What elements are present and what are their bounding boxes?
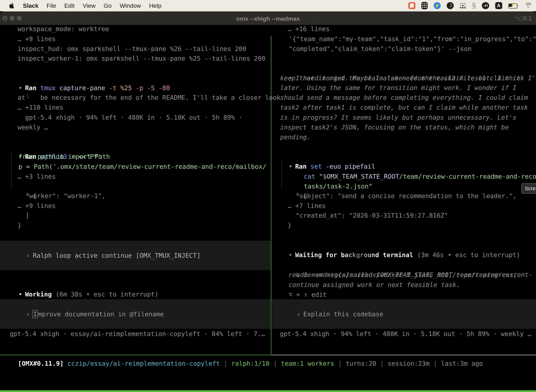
thought-line: pending. <box>280 132 311 142</box>
python-code-line: p = Path('.omx/state/team/review-current… <box>19 162 266 172</box>
left-run-tmux-output: weekly … <box>18 122 48 132</box>
right-more-lines: … +16 lines <box>288 24 330 34</box>
omx-project: cczip/essay/ai-reimplementation-copyleft <box>64 360 220 367</box>
left-run-python-output: ] <box>25 210 29 220</box>
left-intro-line: inspect_worker-1: omx sparkshell --tmux-… <box>18 54 265 63</box>
hook-icon[interactable]: § <box>472 2 476 10</box>
window-shortcut-hint: ⌥⌘1 <box>515 12 532 25</box>
python-code-line: from pathlib import Path <box>19 152 110 162</box>
thought-line: is in progress? It seems likely but perh… <box>280 112 517 122</box>
thought-line: keep that in mind. Maybe I also need the… <box>280 73 520 83</box>
window-titlebar[interactable]: omx --xhigh --madmax ⌥⌘1 <box>0 11 536 25</box>
prompt-chevron-icon: › <box>297 311 300 318</box>
thought-line: later. Using the same for transition mig… <box>280 83 517 93</box>
left-intro-line: inspect_hud: omx sparkshell --tmux-pane … <box>18 44 246 54</box>
window-title: omx --xhigh --madmax <box>0 12 536 25</box>
screen-tooltip[interactable]: Scre <box>521 183 536 194</box>
right-json-line: '{"team_name":"my-team","task_id":"1","f… <box>289 34 536 44</box>
wifi-icon[interactable] <box>524 3 532 9</box>
prompt-placeholder: Explain this codebase <box>303 311 383 318</box>
menu-item-file[interactable]: File <box>47 2 56 9</box>
thought-line: task2 after task1 is complete, but can I… <box>280 103 528 112</box>
menu-item-view[interactable]: View <box>83 2 96 9</box>
omx-team-counter: team:1 workers <box>281 360 334 367</box>
thought-line: inspect task2's JSON, focusing on the st… <box>280 122 509 132</box>
omx-last-activity: last:3m ago <box>441 360 483 367</box>
menu-app-name[interactable]: Slack <box>23 2 38 9</box>
inbox-message-line: continue assigned work or next feasible … <box>289 280 460 290</box>
left-run-tmux-output: gpt-5.4 xhigh · 94% left · 488K in · 5.1… <box>25 112 242 122</box>
terminal-window: omx --xhigh --madmax ⌥⌘1 workspace_mode:… <box>0 11 536 392</box>
left-intro-line: workspace_mode: worktree <box>18 24 109 34</box>
right-run-output: "created_at": "2026-03-31T11:59:27.816Z" <box>296 210 448 220</box>
countdown-badge-icon[interactable]: ..61 <box>482 2 489 9</box>
right-run-output: "subject": "send a concise recommendatio… <box>296 191 517 201</box>
apple-icon <box>9 2 15 9</box>
omx-ralph-counter: ralph:1/10 <box>231 360 269 367</box>
left-run-python-output: } <box>18 220 21 230</box>
working-bullet-icon: • <box>19 291 22 298</box>
prompt-chevron-icon: › <box>26 311 30 318</box>
left-run-python-output: "worker": "worker-1", <box>25 191 105 201</box>
menu-item-window[interactable]: Window <box>120 2 141 9</box>
working-label: Working <box>25 291 52 298</box>
ralph-status-band: ›Ralph loop active continue [OMX_TMUX_IN… <box>0 241 271 270</box>
moon-icon[interactable]: ☾ <box>447 2 454 9</box>
thought-line: should send a message before completing … <box>280 93 528 103</box>
inbox-message-line: readme-and-reco/mailbox/worker-1.json, a… <box>289 270 517 280</box>
omx-status-line: [OMX#0.11.9] cczip/essay/ai-reimplementa… <box>3 349 483 378</box>
apple-menu[interactable] <box>9 2 15 9</box>
right-prompt-input-band[interactable]: ›Explain this codebase <box>272 299 536 329</box>
right-json-line: "completed","claim_token":"claim-token"}… <box>289 44 471 54</box>
right-session-status: gpt-5.4 xhigh · 94% left · 488K in · 5.1… <box>280 329 531 339</box>
menu-item-edit[interactable]: Edit <box>64 2 75 9</box>
waiting-label: Waiting for background terminal <box>295 251 413 258</box>
app-window-icon[interactable] <box>408 2 415 9</box>
omx-session-time: session:23m <box>388 360 429 367</box>
battery-icon[interactable]: ⚡ <box>508 3 518 8</box>
omx-version: [OMX#0.11.9] <box>18 360 64 367</box>
prompt-chevron-icon: › <box>26 252 30 259</box>
edit-hint: ⌥ + ↑ edit <box>289 290 327 300</box>
right-run-output: … +7 lines <box>288 201 326 211</box>
left-prompt-input-band[interactable]: ›Improve documentation in @filename <box>0 299 271 329</box>
waiting-bullet-icon: • <box>289 251 292 258</box>
left-run-tmux-output: at <box>18 93 25 103</box>
left-run-python-output: … +9 lines <box>18 201 56 211</box>
bolt-icon[interactable]: ⚡ <box>434 2 441 9</box>
passwords-icon[interactable] <box>421 2 428 9</box>
right-run-output: } <box>288 220 292 230</box>
menu-bar: Slack File Edit View Go Window Help ⚡ ☾ … <box>0 0 536 11</box>
left-run-tmux-output: … +110 lines <box>18 103 63 112</box>
keypad-icon[interactable] <box>460 2 466 9</box>
text-cursor: I <box>33 310 38 318</box>
python-code-more: … +3 lines <box>18 172 56 182</box>
tmux-status-bar: [omx-cczip0:bash* "MacBook-Pro-44.local"… <box>0 390 536 392</box>
corner-icon: └ <box>26 94 29 101</box>
input-source-icon[interactable]: A <box>495 2 502 9</box>
omx-turns: turns:20 <box>346 360 376 367</box>
working-meta: (6m 38s • esc to interrupt) <box>56 291 158 298</box>
menu-item-help[interactable]: Help <box>149 2 161 9</box>
left-intro-line: … +9 lines <box>18 34 56 44</box>
waiting-meta: (3m 46s • esc to interrupt) <box>417 251 520 258</box>
left-session-status: gpt-5.4 xhigh · essay/ai-reimplementatio… <box>10 329 265 339</box>
menu-item-go[interactable]: Go <box>104 2 111 9</box>
status-icons: ⚡ ☾ § ..61 A ⚡ <box>408 2 536 10</box>
prompt-placeholder: mprove documentation in @filename <box>38 311 164 318</box>
